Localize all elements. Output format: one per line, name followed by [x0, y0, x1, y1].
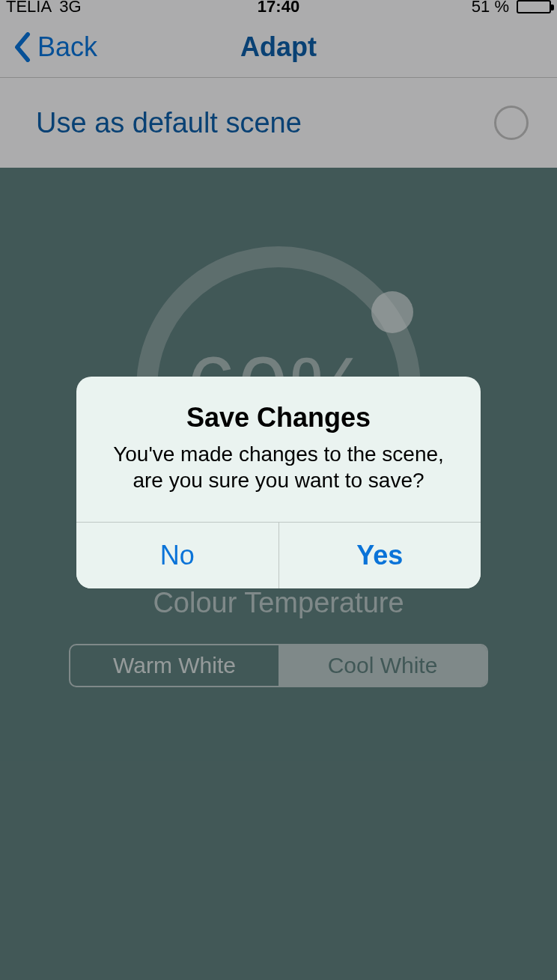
alert-no-button[interactable]: No: [76, 523, 278, 588]
alert-message: You've made changes to the scene, are yo…: [97, 441, 460, 493]
alert-yes-button[interactable]: Yes: [278, 523, 481, 588]
alert-title: Save Changes: [97, 402, 460, 433]
save-changes-alert: Save Changes You've made changes to the …: [76, 377, 481, 588]
